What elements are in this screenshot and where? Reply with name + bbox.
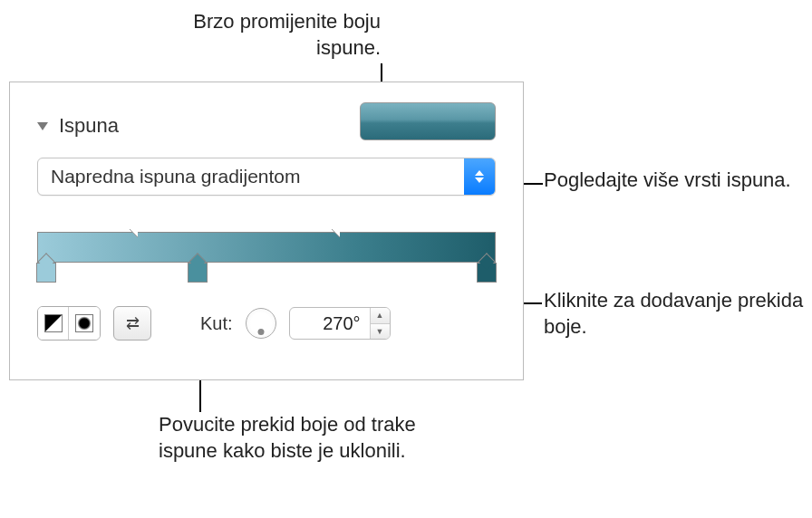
callout-quick-change-fill: Brzo promijenite boju ispune. [145,9,381,61]
swap-icon: ⇄ [126,313,140,333]
radial-gradient-icon [75,314,93,332]
gradient-type-segmented[interactable] [37,306,101,341]
angle-field[interactable]: 270° ▲ ▼ [289,307,391,340]
angle-dial[interactable] [246,308,276,339]
callout-click-add-color-stop: Kliknite za dodavanje prekida boje. [544,288,807,340]
fill-type-label: Napredna ispuna gradijentom [38,166,464,187]
stepper-down-icon[interactable]: ▼ [371,324,390,340]
angle-value[interactable]: 270° [290,313,370,334]
angle-label: Kut: [200,313,233,334]
fill-inspector-panel: Ispuna Napredna ispuna gradijentom ⇄ Kut… [9,82,524,380]
callout-drag-remove-color-stop: Povucite prekid boje od trake ispune kak… [159,412,430,464]
swap-colors-button[interactable]: ⇄ [113,306,151,341]
gradient-bar[interactable] [37,232,496,263]
section-title: Ispuna [59,114,119,138]
radial-gradient-button[interactable] [69,307,100,340]
fill-color-swatch[interactable] [360,102,496,140]
angle-stepper[interactable]: ▲ ▼ [370,308,390,339]
gradient-color-stop[interactable] [36,263,56,283]
gradient-color-stop[interactable] [477,263,497,283]
gradient-color-stop[interactable] [188,263,208,283]
linear-gradient-button[interactable] [38,307,69,340]
callout-see-more-fill-types: Pogledajte više vrsti ispuna. [544,168,798,194]
chevron-down-icon [37,122,48,130]
linear-gradient-icon [44,314,63,332]
stepper-up-icon[interactable]: ▲ [371,308,390,324]
popup-arrows-icon [464,158,495,195]
fill-type-popup[interactable]: Napredna ispuna gradijentom [37,158,496,196]
gradient-editor[interactable] [37,223,496,277]
